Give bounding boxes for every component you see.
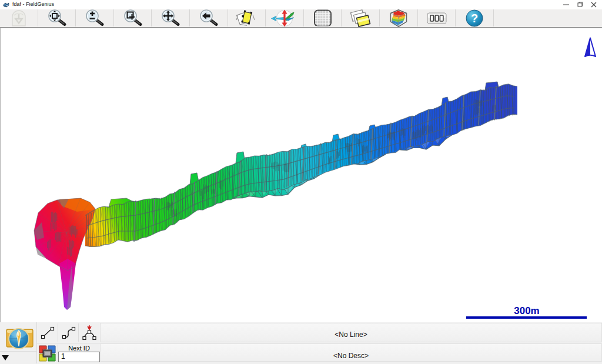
- svg-text:?: ?: [471, 11, 478, 24]
